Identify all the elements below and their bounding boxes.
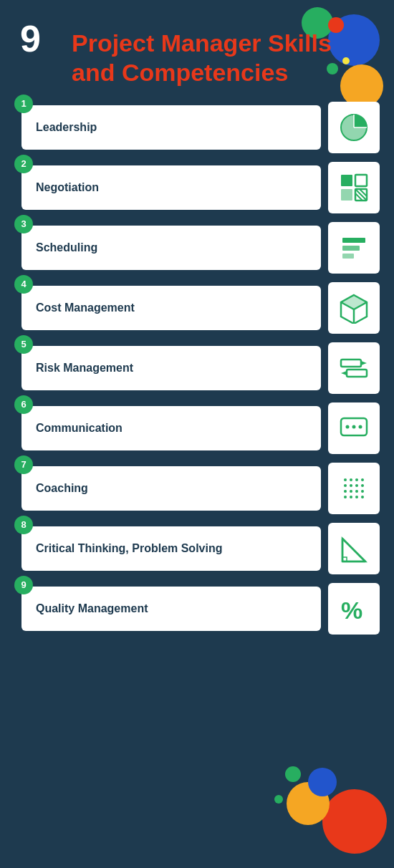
header-number: 9 xyxy=(20,20,41,57)
header: 9 Project Manager Skills and Competencie… xyxy=(0,0,394,102)
item-icon-box-5 xyxy=(328,342,380,394)
item-badge-7: 7 xyxy=(14,455,33,474)
list-item: 9Quality Management xyxy=(14,583,380,635)
list-item: 2Negotiation xyxy=(14,162,380,213)
item-icon-box-6 xyxy=(328,402,380,454)
items-list: 1Leadership2Negotiation3Scheduling4Cost … xyxy=(0,102,394,635)
item-label-6: Communication xyxy=(36,422,122,434)
list-item: 7Coaching xyxy=(14,463,380,514)
list-item: 3Scheduling xyxy=(14,222,380,274)
item-badge-8: 8 xyxy=(14,516,33,534)
item-icon-8 xyxy=(338,533,370,564)
item-icon-9 xyxy=(338,593,370,625)
item-badge-6: 6 xyxy=(14,395,33,414)
header-title: Project Manager Skills and Competencies xyxy=(72,21,373,87)
item-icon-box-2 xyxy=(328,162,380,213)
item-label-box-6: Communication xyxy=(21,406,321,450)
list-item: 5Risk Management xyxy=(14,342,380,394)
item-icon-5 xyxy=(338,352,370,384)
item-icon-1 xyxy=(338,112,370,143)
item-badge-2: 2 xyxy=(14,155,33,173)
item-icon-7 xyxy=(338,473,370,504)
item-label-7: Coaching xyxy=(36,482,88,494)
item-label-1: Leadership xyxy=(36,121,97,133)
list-item: 4Cost Management xyxy=(14,282,380,334)
item-icon-box-7 xyxy=(328,463,380,514)
item-icon-box-8 xyxy=(328,523,380,574)
item-badge-3: 3 xyxy=(14,215,33,233)
item-label-box-5: Risk Management xyxy=(21,346,321,390)
item-icon-2 xyxy=(338,172,370,203)
item-badge-5: 5 xyxy=(14,335,33,354)
item-icon-box-4 xyxy=(328,282,380,334)
item-label-8: Critical Thinking, Problem Solving xyxy=(36,542,222,554)
item-badge-1: 1 xyxy=(14,95,33,113)
bottom-decoration xyxy=(236,746,394,861)
item-icon-4 xyxy=(338,292,370,324)
item-icon-box-9 xyxy=(328,583,380,635)
item-label-9: Quality Management xyxy=(36,602,148,614)
item-label-2: Negotiation xyxy=(36,181,99,193)
item-icon-box-3 xyxy=(328,222,380,274)
item-label-3: Scheduling xyxy=(36,241,97,254)
item-icon-box-1 xyxy=(328,102,380,153)
item-label-box-9: Quality Management xyxy=(21,587,321,631)
item-badge-9: 9 xyxy=(14,576,33,594)
list-item: 6Communication xyxy=(14,402,380,454)
item-label-5: Risk Management xyxy=(36,362,133,374)
item-label-box-8: Critical Thinking, Problem Solving xyxy=(21,526,321,571)
item-label-box-1: Leadership xyxy=(21,105,321,150)
item-badge-4: 4 xyxy=(14,275,33,294)
item-label-box-2: Negotiation xyxy=(21,165,321,210)
item-label-4: Cost Management xyxy=(36,302,135,314)
list-item: 8Critical Thinking, Problem Solving xyxy=(14,523,380,574)
item-label-box-7: Coaching xyxy=(21,466,321,511)
list-item: 1Leadership xyxy=(14,102,380,153)
item-icon-3 xyxy=(338,232,370,264)
item-label-box-4: Cost Management xyxy=(21,286,321,330)
item-label-box-3: Scheduling xyxy=(21,226,321,270)
item-icon-6 xyxy=(338,413,370,444)
